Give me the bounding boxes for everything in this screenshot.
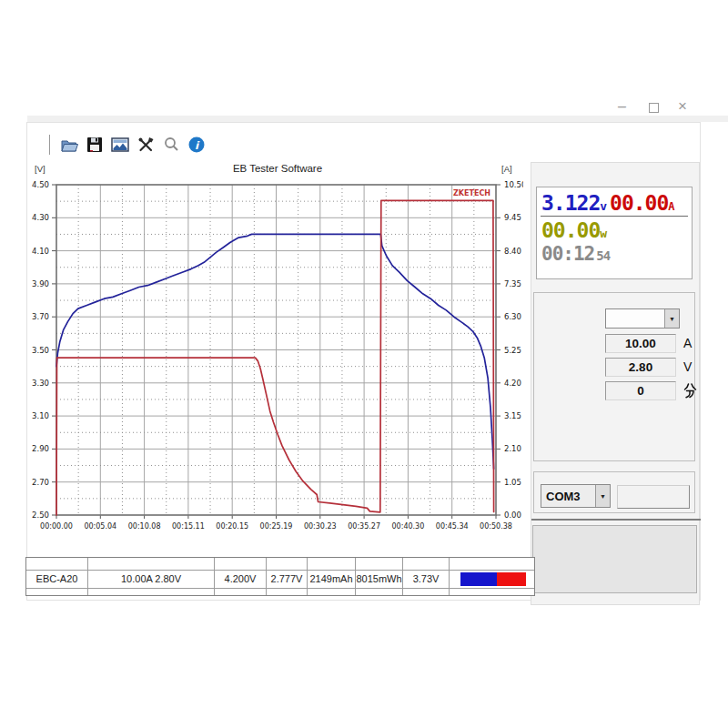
device-model: EBC-A20 xyxy=(26,571,88,588)
voltage-unit-label: V xyxy=(683,359,692,374)
power-unit: w xyxy=(600,227,606,240)
minimize-button[interactable]: – xyxy=(618,99,626,114)
panel-separator xyxy=(531,519,701,521)
svg-text:4.10: 4.10 xyxy=(32,247,49,256)
test-settings-group: ▼ 10.00 A 2.80 V 0 xyxy=(533,292,695,461)
cutoff-voltage-field[interactable]: 2.80 xyxy=(605,358,676,377)
connection-group: COM3 ▼ xyxy=(533,471,695,513)
svg-text:5.25: 5.25 xyxy=(504,346,521,355)
svg-text:00:15.11: 00:15.11 xyxy=(172,522,205,531)
svg-text:2.70: 2.70 xyxy=(32,478,49,487)
current-unit: A xyxy=(668,200,673,213)
svg-text:3.70: 3.70 xyxy=(32,312,49,321)
voltage-readout: 3.122 xyxy=(541,191,600,215)
svg-text:6.30: 6.30 xyxy=(504,312,521,321)
right-axis-unit: [A] xyxy=(501,164,512,174)
svg-text:0.00: 0.00 xyxy=(504,511,521,520)
save-icon[interactable] xyxy=(84,135,106,155)
curve-legend-cell xyxy=(450,571,534,588)
svg-text:4.30: 4.30 xyxy=(32,213,49,222)
charge-discharge-chart: 00:00.0000:05.0400:10.0800:15.1100:20.15… xyxy=(32,175,523,542)
voltage-current-row: 3.122 v 00.00 A xyxy=(537,187,692,215)
toolbar-separator xyxy=(49,135,50,155)
current-setting-field[interactable]: 10.00 xyxy=(605,334,676,353)
svg-text:3.90: 3.90 xyxy=(32,279,49,288)
svg-text:00:10.08: 00:10.08 xyxy=(128,522,161,531)
svg-text:ZKETECH: ZKETECH xyxy=(453,189,490,197)
message-panel xyxy=(532,525,697,593)
elapsed-seconds-readout: 54 xyxy=(596,248,610,263)
voltage-color-swatch xyxy=(460,572,497,586)
svg-text:00:35.27: 00:35.27 xyxy=(348,522,380,531)
svg-text:3.15: 3.15 xyxy=(504,411,521,420)
svg-text:00:20.15: 00:20.15 xyxy=(216,522,248,531)
com-port-select[interactable]: COM3 ▼ xyxy=(541,484,611,508)
svg-text:4.50: 4.50 xyxy=(32,180,49,189)
svg-text:7.35: 7.35 xyxy=(504,279,521,288)
charge-voltage: 4.200V xyxy=(215,571,267,588)
voltage-unit: v xyxy=(600,199,606,213)
digital-display: 3.122 v 00.00 A 00.00 w 00:12 54 xyxy=(536,187,693,279)
svg-text:00:30.23: 00:30.23 xyxy=(304,522,337,531)
mode-select[interactable]: ▼ xyxy=(605,308,680,329)
svg-text:9.45: 9.45 xyxy=(504,213,521,222)
capacity: 2149mAh xyxy=(308,571,356,588)
svg-text:00:50.38: 00:50.38 xyxy=(480,522,512,531)
svg-text:2.10: 2.10 xyxy=(504,444,521,453)
svg-text:2.90: 2.90 xyxy=(32,444,49,453)
svg-text:1.05: 1.05 xyxy=(504,478,521,487)
svg-text:00:45.34: 00:45.34 xyxy=(436,522,469,531)
connect-button[interactable] xyxy=(617,485,690,509)
status-row-top xyxy=(26,558,534,571)
power-row: 00.00 w xyxy=(537,217,692,242)
com-port-value: COM3 xyxy=(541,490,595,503)
svg-text:3.10: 3.10 xyxy=(32,411,49,420)
close-button[interactable]: × xyxy=(678,99,687,114)
chevron-down-icon[interactable]: ▼ xyxy=(595,485,610,507)
graph-image-icon[interactable] xyxy=(109,135,131,155)
svg-text:00:25.19: 00:25.19 xyxy=(260,522,293,531)
average-voltage: 3.73V xyxy=(403,571,450,588)
svg-text:8.40: 8.40 xyxy=(504,247,521,256)
svg-text:3.50: 3.50 xyxy=(32,346,49,355)
chart-title: EB Tester Software xyxy=(32,163,523,174)
current-color-swatch xyxy=(497,572,526,586)
maximize-button[interactable] xyxy=(649,103,659,113)
status-table: EBC-A20 10.00A 2.80V 4.200V 2.777V 2149m… xyxy=(25,557,535,596)
svg-text:00:00.00: 00:00.00 xyxy=(40,522,73,531)
svg-text:10.50: 10.50 xyxy=(504,180,523,189)
time-row: 00:12 54 xyxy=(537,242,692,265)
open-file-icon[interactable] xyxy=(58,135,80,155)
current-unit-label: A xyxy=(683,336,692,350)
info-about-icon[interactable]: i xyxy=(186,135,207,155)
power-readout: 00.00 xyxy=(541,218,600,242)
toolbar: i xyxy=(49,133,207,157)
discharge-voltage: 2.777V xyxy=(267,571,308,588)
test-params: 10.00A 2.80V xyxy=(88,571,215,588)
status-row-bottom xyxy=(26,589,534,595)
zoom-search-icon[interactable] xyxy=(160,135,182,155)
minutes-unit-label xyxy=(683,382,697,402)
chevron-down-icon[interactable]: ▼ xyxy=(664,309,679,328)
energy: 8015mWh xyxy=(356,571,403,588)
current-readout: 00.00 xyxy=(610,191,668,215)
svg-text:2.50: 2.50 xyxy=(32,511,49,520)
svg-text:4.20: 4.20 xyxy=(504,379,521,388)
elapsed-time-readout: 00:12 xyxy=(541,243,594,265)
tools-settings-icon[interactable] xyxy=(135,135,157,155)
svg-text:3.30: 3.30 xyxy=(32,379,49,388)
time-setting-field[interactable]: 0 xyxy=(605,381,676,400)
svg-text:00:05.04: 00:05.04 xyxy=(84,522,116,531)
titlebar-band xyxy=(27,116,728,122)
svg-text:00:40.30: 00:40.30 xyxy=(392,522,425,531)
status-row-main: EBC-A20 10.00A 2.80V 4.200V 2.777V 2149m… xyxy=(26,571,534,589)
app-window: – × i [V] EB Tester Software [A] 00:00.0… xyxy=(0,0,728,728)
right-panel: 3.122 v 00.00 A 00.00 w 00:12 54 ▼ 10.00… xyxy=(531,162,700,605)
